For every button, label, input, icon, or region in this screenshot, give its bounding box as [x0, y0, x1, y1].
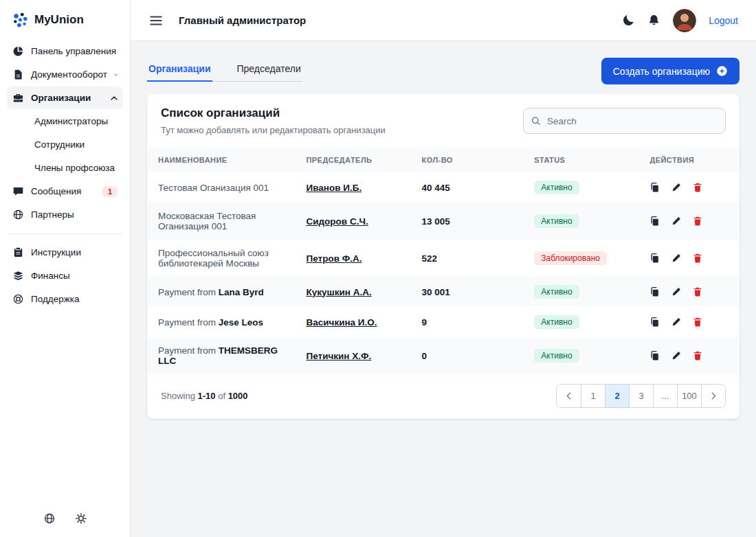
chevron-right-icon	[711, 392, 716, 400]
status-badge: Активно	[534, 349, 579, 363]
copy-icon[interactable]	[649, 286, 660, 297]
member-count: 40 445	[411, 172, 524, 203]
sidebar-item-label: Инструкции	[31, 247, 81, 258]
org-name: Московаская Тестовая Оганизация 001	[147, 203, 296, 240]
sidebar-item-documents[interactable]: Документооборот	[7, 63, 123, 86]
create-organization-label: Создать организацию	[613, 66, 710, 77]
table-row: Payment from Jese Leos Васичкина И.О. 9 …	[147, 307, 740, 337]
org-name: Payment from Jese Leos	[147, 307, 296, 337]
column-header-count: КОЛ-ВО	[411, 148, 524, 172]
sidebar-item-finance[interactable]: Финансы	[7, 264, 123, 287]
column-header-actions: ДЕЙСТВИЯ	[638, 148, 740, 172]
avatar[interactable]	[673, 9, 696, 32]
sidebar: MyUnion Панель управления Документооборо…	[0, 0, 131, 537]
hamburger-menu-icon[interactable]	[148, 13, 164, 28]
showing-summary: Showing 1-10 of 1000	[161, 391, 248, 401]
copy-icon[interactable]	[649, 216, 660, 227]
edit-pencil-icon[interactable]	[671, 317, 682, 328]
pagination-prev-button[interactable]	[557, 385, 581, 407]
chairman-link[interactable]: Петичкин Х.Ф.	[307, 351, 372, 361]
copy-icon[interactable]	[649, 182, 660, 193]
create-organization-button[interactable]: Создать организацию	[601, 58, 740, 84]
pagination-page-3[interactable]: 3	[629, 385, 653, 407]
table-header-row: НАИМЕНОВАНИЕ ПРЕДСЕДАТЕЛЬ КОЛ-ВО STATUS …	[147, 148, 740, 172]
edit-pencil-icon[interactable]	[671, 182, 682, 193]
table-row: Тестовая Оганизация 001 Иванов И.Б. 40 4…	[147, 172, 740, 203]
chairman-link[interactable]: Иванов И.Б.	[307, 183, 362, 193]
delete-trash-icon[interactable]	[692, 216, 703, 227]
copy-icon[interactable]	[649, 253, 660, 264]
chairman-link[interactable]: Петров Ф.А.	[307, 253, 362, 264]
chevron-left-icon	[566, 392, 571, 400]
sidebar-item-partners[interactable]: Партнеры	[7, 203, 123, 226]
language-globe-icon[interactable]	[43, 512, 56, 525]
delete-trash-icon[interactable]	[692, 182, 703, 193]
sidebar-subitem-members[interactable]: Члены профсоюза	[7, 157, 123, 179]
topbar: Главный администратор Logou	[131, 0, 756, 41]
plus-circle-icon	[716, 65, 728, 77]
card-footer: Showing 1-10 of 1000 1 2 3 ... 100	[147, 374, 740, 419]
gear-icon[interactable]	[75, 512, 87, 525]
chairman-link[interactable]: Сидоров С.Ч.	[307, 216, 368, 227]
sidebar-item-instructions[interactable]: Инструкции	[7, 241, 123, 264]
organizations-table: НАИМЕНОВАНИЕ ПРЕДСЕДАТЕЛЬ КОЛ-ВО STATUS …	[147, 148, 740, 374]
table-row: Профессиональный союз библиотекарей Моск…	[147, 240, 740, 277]
row-actions	[649, 350, 729, 361]
sidebar-subitem-employees[interactable]: Сотрудники	[7, 133, 123, 156]
tab-bar: Организации Председатели	[147, 58, 302, 82]
member-count: 13 005	[411, 203, 524, 240]
pagination-page-100[interactable]: 100	[677, 385, 701, 407]
tab-chairmen[interactable]: Председатели	[236, 58, 302, 81]
tab-organizations[interactable]: Организации	[147, 58, 212, 81]
row-actions	[649, 286, 729, 297]
sidebar-footer	[7, 512, 123, 526]
pagination-page-1[interactable]: 1	[581, 385, 605, 407]
avatar-image	[673, 9, 696, 32]
copy-icon[interactable]	[649, 350, 660, 361]
delete-trash-icon[interactable]	[692, 350, 703, 361]
sidebar-divider	[8, 233, 122, 234]
status-badge: Заблокировано	[534, 251, 607, 265]
org-name: Профессиональный союз библиотекарей Моск…	[147, 240, 296, 277]
delete-trash-icon[interactable]	[692, 253, 703, 264]
sidebar-item-organizations[interactable]: Организации	[7, 87, 123, 109]
status-badge: Активно	[534, 315, 579, 329]
search-input[interactable]	[523, 108, 726, 134]
sidebar-item-dashboard[interactable]: Панель управления	[7, 40, 123, 62]
chairman-link[interactable]: Кукушкин А.А.	[307, 287, 372, 297]
content-header: Организации Председатели Создать организ…	[147, 58, 740, 84]
card-title: Список организаций	[161, 106, 386, 120]
table-row: Payment from THEMSBERG LLC Петичкин Х.Ф.…	[147, 337, 740, 374]
sidebar-item-label: Финансы	[31, 271, 70, 281]
sidebar-subitem-admins[interactable]: Администраторы	[7, 110, 123, 133]
notifications-button[interactable]	[647, 14, 660, 27]
bell-icon	[647, 14, 660, 27]
edit-pencil-icon[interactable]	[671, 216, 682, 227]
copy-icon[interactable]	[649, 317, 660, 328]
member-count: 30 001	[411, 277, 524, 307]
page-title: Главный администратор	[179, 14, 306, 26]
pagination-next-button[interactable]	[701, 385, 725, 407]
status-badge: Активно	[534, 181, 579, 194]
showing-range: 1-10	[198, 391, 216, 401]
brand[interactable]: MyUnion	[7, 8, 123, 40]
logout-link[interactable]: Logout	[709, 15, 738, 26]
card-subtitle: Тут можно добавлять или редактировать ор…	[161, 125, 386, 135]
table-row: Payment from Lana Byrd Кукушкин А.А. 30 …	[147, 277, 740, 307]
sidebar-item-label: Поддержка	[31, 294, 79, 304]
edit-pencil-icon[interactable]	[671, 286, 682, 297]
edit-pencil-icon[interactable]	[671, 350, 682, 361]
pagination-page-2-active[interactable]: 2	[605, 385, 629, 407]
org-name: Тестовая Оганизация 001	[147, 172, 296, 203]
pie-chart-icon	[12, 45, 24, 57]
clipboard-icon	[12, 247, 24, 258]
delete-trash-icon[interactable]	[692, 286, 703, 297]
sidebar-item-messages[interactable]: Сообщения 1	[7, 180, 123, 203]
chairman-link[interactable]: Васичкина И.О.	[307, 317, 377, 328]
row-actions	[649, 182, 729, 193]
dark-mode-toggle[interactable]	[622, 14, 635, 27]
sidebar-item-label: Сообщения	[31, 186, 81, 196]
delete-trash-icon[interactable]	[692, 317, 703, 328]
sidebar-item-support[interactable]: Поддержка	[7, 288, 123, 310]
edit-pencil-icon[interactable]	[671, 253, 682, 264]
